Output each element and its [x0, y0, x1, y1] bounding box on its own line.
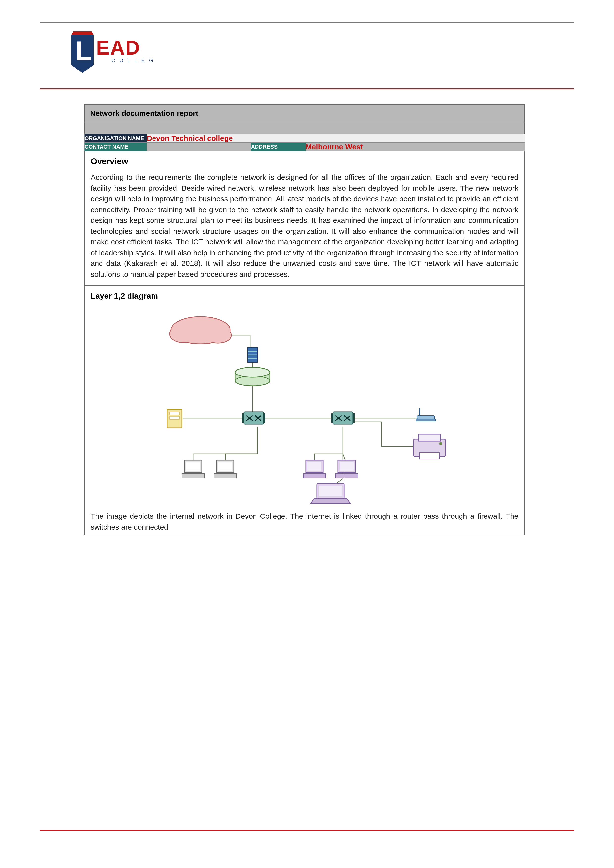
- svg-rect-37: [340, 462, 354, 471]
- svg-rect-34: [308, 462, 321, 471]
- svg-rect-35: [303, 474, 326, 478]
- report-title: Network documentation report: [84, 104, 525, 122]
- svg-rect-29: [182, 474, 204, 478]
- switch1-icon: [242, 412, 266, 424]
- report-header-table: Network documentation report ORGANISATIO…: [84, 104, 525, 151]
- overview-heading: Overview: [91, 157, 518, 166]
- pc1-icon: [182, 460, 204, 478]
- svg-rect-43: [420, 453, 440, 459]
- diagram-heading: Layer 1,2 diagram: [91, 291, 518, 301]
- svg-rect-28: [186, 462, 200, 471]
- svg-rect-31: [218, 462, 232, 471]
- svg-rect-22: [331, 413, 333, 423]
- header-red-rule: [40, 88, 574, 89]
- document-page: L EAD C O L L E G E Network documentatio…: [0, 0, 614, 868]
- content-area: Network documentation report ORGANISATIO…: [84, 104, 525, 535]
- pc2-icon: [214, 460, 236, 478]
- pc3-icon: [303, 460, 326, 478]
- overview-section: Overview According to the requirements t…: [84, 151, 525, 286]
- svg-rect-32: [214, 474, 236, 478]
- pc4-icon: [336, 460, 358, 478]
- svg-rect-20: [264, 413, 266, 423]
- printer-icon: [413, 434, 446, 459]
- top-divider: [40, 22, 574, 23]
- svg-rect-16: [169, 412, 179, 415]
- svg-text:EAD: EAD: [96, 36, 140, 59]
- file-server-icon: [167, 409, 182, 428]
- wireless-ap-icon: [416, 408, 436, 421]
- diagram-section: Layer 1,2 diagram: [84, 286, 525, 535]
- diagram-caption: The image depicts the internal network i…: [91, 511, 518, 532]
- svg-rect-18: [244, 412, 264, 424]
- svg-point-14: [235, 367, 270, 377]
- org-name-value: Devon Technical college: [146, 134, 525, 143]
- svg-text:C O L L E G E: C O L L E G E: [111, 57, 156, 63]
- svg-rect-19: [242, 413, 244, 423]
- svg-rect-23: [353, 413, 354, 423]
- svg-rect-38: [336, 474, 358, 478]
- svg-rect-42: [418, 434, 441, 441]
- svg-rect-40: [319, 485, 342, 496]
- svg-rect-24: [417, 415, 435, 419]
- header-spacer: [84, 122, 525, 134]
- svg-rect-26: [416, 419, 436, 421]
- svg-rect-17: [169, 416, 179, 419]
- svg-point-6: [171, 317, 230, 343]
- svg-text:L: L: [75, 36, 92, 66]
- address-label: ADDRESS: [251, 143, 306, 151]
- contact-name-value: [146, 143, 251, 151]
- footer-red-rule: [40, 830, 574, 831]
- router-icon: [235, 367, 270, 386]
- svg-point-44: [439, 442, 442, 445]
- lead-college-logo: L EAD C O L L E G E: [67, 30, 156, 78]
- brand-logo: L EAD C O L L E G E: [67, 30, 574, 78]
- svg-rect-21: [333, 412, 353, 424]
- address-value: Melbourne West: [306, 143, 525, 151]
- cloud-icon: [169, 317, 232, 344]
- network-diagram: [91, 305, 518, 508]
- switch2-icon: [331, 412, 354, 424]
- contact-name-label: CONTACT NAME: [84, 143, 146, 151]
- org-name-label: ORGANISATION NAME: [84, 134, 146, 143]
- network-diagram-svg: [91, 305, 518, 508]
- server-icon: [247, 347, 258, 363]
- overview-body: According to the requirements the comple…: [91, 172, 518, 279]
- laptop-icon: [311, 484, 350, 504]
